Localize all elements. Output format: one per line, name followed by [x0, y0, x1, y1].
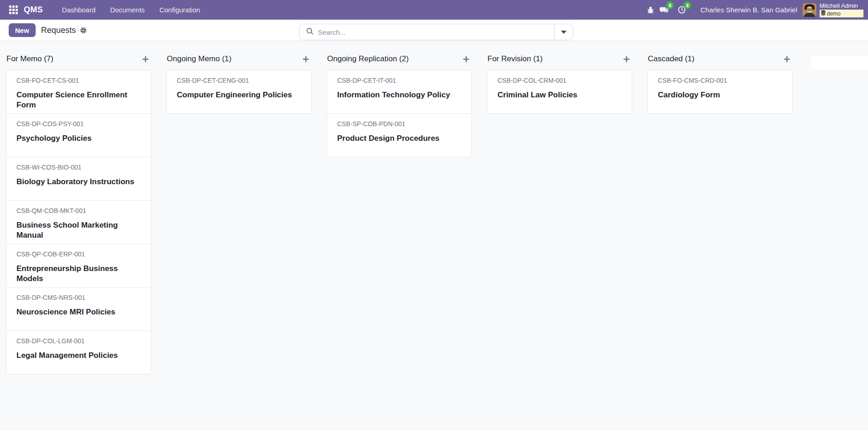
kanban-column-title: Cascaded (1) — [648, 54, 694, 64]
search-icon — [306, 27, 314, 37]
kanban-card[interactable]: CSB-DP-COL-CRM-001 Criminal Law Policies — [487, 70, 632, 114]
kanban-card[interactable]: CSB-FO-CET-CS-001 Computer Science Enrol… — [6, 70, 151, 114]
database-name-label: demo — [827, 10, 841, 17]
kanban-card[interactable]: CSB-QM-COB-MKT-001 Business School Marke… — [6, 200, 151, 244]
user-menu-name[interactable]: Charles Sherwin B. San Gabriel — [700, 6, 797, 14]
kanban-column-header: Ongoing Replication (2) — [327, 54, 472, 64]
kanban-card-title: Biology Laboratory Instructions — [16, 177, 142, 187]
user-avatar[interactable] — [803, 3, 816, 17]
kanban-card-code: CSB-DP-COL-CRM-001 — [498, 76, 623, 85]
kanban-card-code: CSB-WI-COS-BIO-001 — [16, 163, 142, 172]
kanban-card-title: Entrepreneurship Business Models — [16, 264, 142, 284]
kanban-card-code: CSB-QP-COB-ERP-001 — [16, 250, 142, 259]
kanban-column-cards: CSB-DP-CET-IT-001 Information Technology… — [327, 70, 472, 157]
activities-clock-icon[interactable]: 8 — [675, 0, 688, 20]
kanban-card-title: Computer Engineering Policies — [177, 90, 302, 100]
kanban-card-code: CSB-DP-COS-PSY-001 — [16, 119, 142, 128]
kanban-column: Ongoing Memo (1) CSB-DP-CET-CENG-001 Com… — [166, 54, 312, 114]
messages-count-badge: 8 — [666, 1, 674, 9]
kanban-column: Ongoing Replication (2) CSB-DP-CET-IT-00… — [327, 54, 472, 157]
admin-name-label: Mitchell Admin — [820, 2, 863, 9]
kanban-card[interactable]: CSB-DP-COS-PSY-001 Psychology Policies — [6, 113, 151, 157]
kanban-column: Cascaded (1) CSB-FO-CMS-CRD-001 Cardiolo… — [647, 54, 793, 114]
kanban-card-code: CSB-DP-CMS-NRS-001 — [16, 293, 142, 302]
kanban-card-code: CSB-DP-CET-IT-001 — [337, 76, 462, 85]
gear-icon[interactable] — [79, 27, 87, 34]
apps-grid-icon — [9, 5, 18, 14]
kanban-column: For Memo (7) CSB-FO-CET-CS-001 Computer … — [6, 54, 151, 374]
add-record-button[interactable] — [461, 54, 471, 64]
kanban-column-title: Ongoing Replication (2) — [327, 54, 409, 64]
add-record-button[interactable] — [301, 54, 311, 64]
kanban-card[interactable]: CSB-FO-CMS-CRD-001 Cardiology Form — [647, 70, 793, 114]
kanban-column: For Revision (1) CSB-DP-COL-CRM-001 Crim… — [487, 54, 632, 114]
kanban-card-title: Psychology Policies — [16, 133, 142, 144]
apps-menu-button[interactable] — [5, 0, 21, 20]
page-title: Requests — [41, 26, 76, 35]
search-bar — [299, 24, 573, 40]
kanban-card[interactable]: CSB-QP-COB-ERP-001 Entrepreneurship Busi… — [6, 244, 151, 287]
add-record-button[interactable] — [621, 54, 631, 64]
kanban-column-header: For Memo (7) — [6, 54, 151, 64]
kanban-card-code: CSB-DP-CET-CENG-001 — [177, 76, 302, 85]
menu-item-dashboard[interactable]: Dashboard — [55, 0, 103, 20]
kanban-card[interactable]: CSB-DP-CMS-NRS-001 Neuroscience MRI Poli… — [6, 287, 151, 331]
kanban-card-code: CSB-FO-CMS-CRD-001 — [658, 76, 783, 85]
kanban-card[interactable]: CSB-DP-COL-LGM-001 Legal Management Poli… — [6, 330, 151, 374]
kanban-view: For Memo (7) CSB-FO-CET-CS-001 Computer … — [0, 41, 868, 431]
kanban-column-cards: CSB-DP-CET-CENG-001 Computer Engineering… — [166, 70, 312, 114]
kanban-column-cards: CSB-FO-CET-CS-001 Computer Science Enrol… — [6, 70, 151, 374]
kanban-card-title: Legal Management Policies — [16, 351, 142, 361]
search-input[interactable] — [318, 28, 554, 36]
kanban-column-header: For Revision (1) — [487, 54, 632, 64]
kanban-card[interactable]: CSB-WI-COS-BIO-001 Biology Laboratory In… — [6, 157, 151, 201]
add-column-input[interactable] — [811, 56, 868, 69]
kanban-card[interactable]: CSB-SP-COB-PDN-001 Product Design Proced… — [327, 113, 472, 157]
add-record-button[interactable] — [782, 54, 792, 64]
kanban-card-code: CSB-QM-COB-MKT-001 — [16, 206, 142, 215]
add-record-button[interactable] — [140, 54, 150, 64]
messages-icon[interactable]: 8 — [657, 0, 671, 20]
kanban-card-title: Criminal Law Policies — [498, 90, 623, 100]
main-menu: DashboardDocumentsConfiguration — [55, 0, 208, 20]
kanban-column-cards: CSB-DP-COL-CRM-001 Criminal Law Policies — [487, 70, 632, 114]
kanban-card[interactable]: CSB-DP-CET-IT-001 Information Technology… — [327, 70, 472, 114]
kanban-card-code: CSB-FO-CET-CS-001 — [16, 76, 142, 85]
kanban-column-header: Cascaded (1) — [647, 54, 793, 64]
kanban-card-title: Neuroscience MRI Policies — [16, 307, 142, 317]
kanban-column-title: For Revision (1) — [487, 54, 543, 64]
kanban-card[interactable]: CSB-DP-CET-CENG-001 Computer Engineering… — [166, 70, 312, 114]
kanban-column-title: For Memo (7) — [6, 54, 53, 64]
menu-item-documents[interactable]: Documents — [103, 0, 152, 20]
kanban-column-header: Ongoing Memo (1) — [166, 54, 312, 64]
kanban-card-code: CSB-DP-COL-LGM-001 — [16, 336, 142, 346]
kanban-card-code: CSB-SP-COB-PDN-001 — [337, 119, 462, 128]
menu-item-configuration[interactable]: Configuration — [152, 0, 207, 20]
kanban-column-title: Ongoing Memo (1) — [167, 54, 232, 64]
kanban-card-title: Cardiology Form — [658, 90, 783, 100]
kanban-card-title: Computer Science Enrollment Form — [16, 90, 142, 110]
chevron-down-icon — [561, 31, 566, 34]
activities-count-badge: 8 — [683, 1, 691, 9]
bug-icon[interactable] — [644, 0, 657, 20]
app-brand[interactable]: QMS — [24, 5, 43, 15]
database-badge: demo — [820, 10, 863, 17]
control-panel: New Requests — [0, 20, 868, 41]
kanban-column-cards: CSB-FO-CMS-CRD-001 Cardiology Form — [647, 70, 793, 114]
top-navbar: QMS DashboardDocumentsConfiguration 8 8 — [0, 0, 868, 20]
search-filter-toggle[interactable] — [555, 24, 573, 40]
kanban-board: For Memo (7) CSB-FO-CET-CS-001 Computer … — [0, 41, 868, 374]
database-icon — [821, 10, 826, 17]
kanban-card-title: Product Design Procedures — [337, 133, 462, 144]
new-button[interactable]: New — [9, 23, 36, 37]
kanban-card-title: Information Technology Policy — [337, 90, 462, 100]
kanban-card-title: Business School Marketing Manual — [16, 220, 142, 240]
